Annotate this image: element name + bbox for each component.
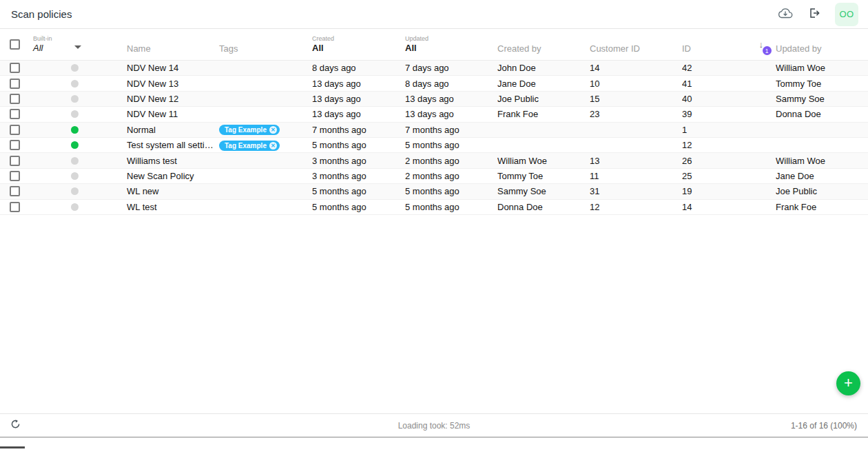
- updated-filter-value[interactable]: All: [405, 43, 497, 54]
- row-checkbox-cell: [0, 125, 33, 135]
- tag-pill[interactable]: Tag Example ✕: [219, 141, 280, 151]
- row-checkbox-cell: [0, 109, 33, 119]
- table-row[interactable]: Normal Tag Example ✕ 7 months ago 7 mont…: [0, 123, 868, 138]
- created-by-cell: John Doe: [497, 63, 590, 73]
- updated-by-cell: Tommy Toe: [776, 79, 868, 89]
- row-checkbox-cell: [0, 202, 33, 212]
- column-header-name[interactable]: Name: [127, 29, 219, 60]
- builtin-filter[interactable]: Built-in All: [33, 29, 127, 60]
- customer-id-cell: 11: [590, 171, 682, 181]
- updated-by-cell: Donna Doe: [776, 109, 868, 119]
- loading-time-text: Loading took: 52ms: [0, 421, 868, 431]
- refresh-icon: [10, 418, 21, 430]
- export-icon: [808, 7, 820, 22]
- row-checkbox-cell: [0, 156, 33, 166]
- updated-filter-label: Updated: [405, 35, 497, 43]
- row-checkbox[interactable]: [10, 171, 20, 181]
- updated-cell: 5 months ago: [405, 202, 497, 212]
- created-cell: 8 days ago: [312, 63, 405, 73]
- updated-filter[interactable]: Updated All: [405, 29, 497, 60]
- chevron-down-icon[interactable]: [74, 45, 81, 49]
- export-button[interactable]: [806, 6, 823, 23]
- table-row[interactable]: WL new 5 months ago 5 months ago Sammy S…: [0, 184, 868, 199]
- customer-id-cell: 10: [590, 79, 682, 89]
- column-header-tags[interactable]: Tags: [219, 29, 312, 60]
- updated-cell: 5 months ago: [405, 140, 497, 150]
- table-row[interactable]: Williams test 3 months ago 2 months ago …: [0, 153, 868, 168]
- created-filter-value[interactable]: All: [312, 43, 405, 54]
- table-row[interactable]: WL test 5 months ago 5 months ago Donna …: [0, 200, 868, 215]
- row-checkbox[interactable]: [10, 125, 20, 135]
- horizontal-scrollbar[interactable]: [0, 446, 25, 448]
- name-cell: New Scan Policy: [127, 171, 219, 181]
- row-checkbox-cell: [0, 140, 33, 150]
- id-cell: 40: [682, 94, 776, 104]
- avatar[interactable]: OO: [835, 3, 858, 26]
- row-checkbox[interactable]: [10, 186, 20, 196]
- created-by-cell: Frank Foe: [497, 109, 590, 119]
- updated-cell: 2 months ago: [405, 156, 497, 166]
- customer-id-cell: 13: [590, 156, 682, 166]
- tags-cell: Tag Example ✕: [219, 140, 312, 151]
- remove-tag-icon[interactable]: ✕: [269, 126, 277, 134]
- builtin-dot: [71, 64, 79, 72]
- updated-cell: 8 days ago: [405, 79, 497, 89]
- row-checkbox[interactable]: [10, 156, 20, 166]
- table-row[interactable]: NDV New 13 13 days ago 8 days ago Jane D…: [0, 76, 868, 91]
- row-checkbox[interactable]: [10, 94, 20, 104]
- row-checkbox[interactable]: [10, 79, 20, 89]
- builtin-cell: [33, 80, 127, 87]
- updated-cell: 2 months ago: [405, 171, 497, 181]
- builtin-filter-value[interactable]: All: [33, 43, 52, 54]
- updated-cell: 7 days ago: [405, 63, 497, 73]
- updated-by-cell: William Woe: [776, 156, 868, 166]
- refresh-button[interactable]: [10, 418, 21, 433]
- row-checkbox[interactable]: [10, 202, 20, 212]
- table-row[interactable]: NDV New 12 13 days ago 13 days ago Joe P…: [0, 92, 868, 107]
- created-filter[interactable]: Created All: [312, 29, 405, 60]
- column-header-customer-id[interactable]: Customer ID: [590, 29, 682, 60]
- row-checkbox-cell: [0, 79, 33, 89]
- id-cell: 14: [682, 202, 776, 212]
- top-bar-actions: OO: [777, 3, 858, 26]
- row-checkbox[interactable]: [10, 140, 20, 150]
- table-row[interactable]: New Scan Policy 3 months ago 2 months ag…: [0, 169, 868, 184]
- table-row[interactable]: NDV New 11 13 days ago 13 days ago Frank…: [0, 107, 868, 122]
- created-cell: 5 months ago: [312, 202, 405, 212]
- row-checkbox-cell: [0, 63, 33, 73]
- row-checkbox-cell: [0, 186, 33, 196]
- cloud-download-button[interactable]: [777, 6, 794, 23]
- top-bar: Scan policies OO: [0, 0, 868, 29]
- column-header-id[interactable]: ID ↓ 1: [682, 29, 776, 60]
- table-row[interactable]: NDV New 14 8 days ago 7 days ago John Do…: [0, 61, 868, 76]
- pagination-range: 1-16 of 16 (100%): [791, 421, 857, 431]
- name-cell: WL new: [127, 186, 219, 196]
- column-header-updated-by[interactable]: Updated by: [776, 29, 868, 60]
- table-header: Built-in All Name Tags Created All Updat…: [0, 29, 868, 61]
- add-policy-button[interactable]: +: [836, 371, 860, 395]
- sort-order-badge: 1: [763, 46, 772, 55]
- updated-cell: 13 days ago: [405, 109, 497, 119]
- name-cell: NDV New 12: [127, 94, 219, 104]
- created-cell: 5 months ago: [312, 186, 405, 196]
- status-bar: Loading took: 52ms 1-16 of 16 (100%): [0, 413, 868, 437]
- table-row[interactable]: Test system all settin… Tag Example ✕ 5 …: [0, 138, 868, 153]
- created-by-cell: Tommy Toe: [497, 171, 590, 181]
- row-checkbox[interactable]: [10, 63, 20, 73]
- created-cell: 13 days ago: [312, 94, 405, 104]
- builtin-dot: [71, 95, 79, 103]
- sort-indicator[interactable]: ↓ 1: [759, 40, 764, 49]
- builtin-dot: [71, 157, 79, 165]
- updated-cell: 5 months ago: [405, 186, 497, 196]
- builtin-cell: [33, 157, 127, 165]
- row-checkbox[interactable]: [10, 109, 20, 119]
- updated-cell: 13 days ago: [405, 94, 497, 104]
- column-header-created-by[interactable]: Created by: [497, 29, 590, 60]
- customer-id-cell: 23: [590, 109, 682, 119]
- id-cell: 19: [682, 186, 776, 196]
- remove-tag-icon[interactable]: ✕: [269, 142, 277, 149]
- tag-pill[interactable]: Tag Example ✕: [219, 125, 280, 135]
- builtin-cell: [33, 110, 127, 118]
- builtin-cell: [33, 172, 127, 180]
- select-all-checkbox[interactable]: [10, 39, 20, 50]
